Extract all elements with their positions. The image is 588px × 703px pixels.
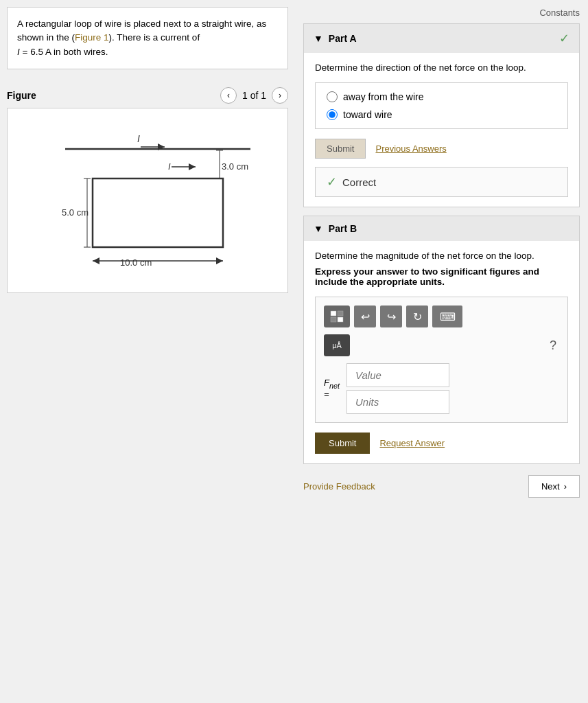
part-a-section: ▼ Part A ✓ Determine the direction of th… <box>303 23 580 207</box>
problem-text-2: ). There is a current of <box>109 32 200 43</box>
svg-rect-23 <box>338 317 343 322</box>
feedback-row: Provide Feedback Next › <box>303 475 580 498</box>
part-b-header-left: ▼ Part B <box>314 223 357 234</box>
svg-marker-19 <box>216 257 223 264</box>
correct-label: Correct <box>342 176 376 188</box>
constants-section: Constants <box>303 7 580 18</box>
figure-canvas: I I 3.0 cm 5.0 cm <box>7 108 288 293</box>
next-label: Next <box>541 481 560 492</box>
keyboard-btn[interactable]: ⌨ <box>432 306 462 327</box>
radio-option-away: away from the wire <box>327 91 556 102</box>
template-btn[interactable] <box>324 306 350 327</box>
part-b-header[interactable]: ▼ Part B <box>304 216 579 241</box>
answer-box: ↩ ↪ ↻ ⌨ μÅ ? Fnet = <box>315 297 568 423</box>
svg-text:I: I <box>168 161 171 172</box>
part-a-title: Part A <box>329 33 357 44</box>
part-b-section: ▼ Part B Determine the magnitude of the … <box>303 216 580 464</box>
part-b-submit-btn[interactable]: Submit <box>315 433 370 454</box>
redo-btn[interactable]: ↪ <box>380 306 402 327</box>
part-a-submit-row: Submit Previous Answers <box>315 139 568 159</box>
svg-rect-11 <box>93 178 223 247</box>
figure-section: Figure ‹ 1 of 1 › I I <box>7 83 288 293</box>
problem-box: A rectangular loop of wire is placed nex… <box>7 7 288 69</box>
figure-prev-btn[interactable]: ‹ <box>220 87 237 104</box>
figure-link[interactable]: Figure 1 <box>75 32 109 43</box>
help-btn[interactable]: ? <box>550 338 556 353</box>
part-a-chevron: ▼ <box>314 33 323 44</box>
figure-page: 1 of 1 <box>242 90 266 101</box>
correct-box: ✓ Correct <box>315 167 568 197</box>
problem-text-3: = 6.5 A in both wires. <box>20 47 108 57</box>
svg-marker-18 <box>93 257 99 264</box>
part-a-radio-group: away from the wire toward wire <box>315 82 568 129</box>
next-btn[interactable]: Next › <box>528 475 580 498</box>
part-a-submit-btn[interactable]: Submit <box>315 139 366 159</box>
part-a-content: Determine the direction of the net force… <box>304 53 579 207</box>
toolbar-row2: μÅ ? <box>324 334 559 356</box>
fnet-label: Fnet = <box>324 378 340 400</box>
correct-check-icon: ✓ <box>327 174 337 189</box>
figure-title: Figure <box>7 90 36 101</box>
svg-rect-22 <box>331 317 336 322</box>
part-b-title: Part B <box>329 223 357 234</box>
part-b-instruction: Express your answer to two significant f… <box>315 266 568 287</box>
part-b-question: Determine the magnitude of the net force… <box>315 251 568 261</box>
svg-text:5.0 cm: 5.0 cm <box>62 207 89 218</box>
part-a-check: ✓ <box>559 31 569 46</box>
refresh-btn[interactable]: ↻ <box>406 306 428 327</box>
figure-nav: ‹ 1 of 1 › <box>220 87 288 104</box>
radio-away-label[interactable]: away from the wire <box>343 91 423 102</box>
next-chevron-icon: › <box>564 481 567 492</box>
input-row: Fnet = <box>324 363 559 414</box>
constants-link[interactable]: Constants <box>539 8 580 18</box>
symbol-btn[interactable]: μÅ <box>324 334 350 356</box>
units-input[interactable] <box>346 390 449 414</box>
radio-away[interactable] <box>327 91 338 102</box>
previous-answers-link[interactable]: Previous Answers <box>375 143 446 154</box>
toolbar-row1: ↩ ↪ ↻ ⌨ <box>324 306 559 327</box>
part-b-chevron: ▼ <box>314 223 323 234</box>
svg-rect-21 <box>338 311 343 316</box>
svg-text:3.0 cm: 3.0 cm <box>222 161 248 172</box>
svg-rect-20 <box>331 311 336 316</box>
input-fields <box>346 363 449 414</box>
undo-btn[interactable]: ↩ <box>354 306 376 327</box>
svg-text:10.0 cm: 10.0 cm <box>120 257 152 268</box>
request-answer-link[interactable]: Request Answer <box>379 438 445 448</box>
svg-text:I: I <box>137 133 140 144</box>
part-a-header-left: ▼ Part A <box>314 33 357 44</box>
part-a-question: Determine the direction of the net force… <box>315 62 568 73</box>
part-b-submit-row: Submit Request Answer <box>315 433 568 454</box>
figure-next-btn[interactable]: › <box>272 87 288 104</box>
figure-header: Figure ‹ 1 of 1 › <box>7 83 288 108</box>
right-panel: Constants ▼ Part A ✓ Determine the direc… <box>295 0 588 703</box>
part-a-header[interactable]: ▼ Part A ✓ <box>304 24 579 53</box>
left-panel: A rectangular loop of wire is placed nex… <box>0 0 295 703</box>
radio-option-toward: toward wire <box>327 109 556 120</box>
radio-toward[interactable] <box>327 109 338 120</box>
value-input[interactable] <box>346 363 449 387</box>
provide-feedback-link[interactable]: Provide Feedback <box>303 481 375 492</box>
radio-toward-label[interactable]: toward wire <box>343 109 392 120</box>
figure-svg: I I 3.0 cm 5.0 cm <box>31 118 264 283</box>
part-b-content: Determine the magnitude of the net force… <box>304 241 579 463</box>
